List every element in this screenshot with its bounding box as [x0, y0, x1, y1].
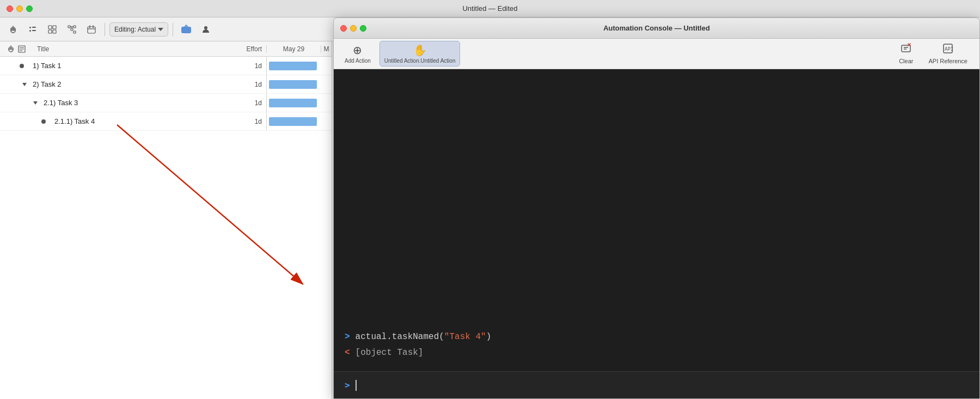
note-col-icon [18, 45, 26, 53]
task-bar-area [266, 94, 321, 112]
task-row[interactable]: 2.1.1) Task 4 1d [0, 112, 332, 131]
maximize-button[interactable] [26, 5, 33, 12]
grid-icon [48, 25, 57, 34]
task-name: 2.1.1) Task 4 [54, 117, 223, 125]
chevron-down-icon [158, 28, 163, 31]
svg-rect-6 [48, 30, 52, 33]
add-action-label: Add Action [345, 58, 371, 64]
task-row[interactable]: 2.1) Task 3 1d [0, 94, 332, 112]
task-bar-area [266, 57, 321, 75]
console-toolbar-right: Clear API API Reference [893, 41, 973, 66]
traffic-lights [7, 5, 33, 12]
flow-button[interactable] [63, 22, 81, 37]
svg-rect-2 [32, 27, 36, 28]
calendar-button[interactable] [83, 22, 100, 37]
command-prefix: actual.taskNamed( [356, 332, 444, 342]
svg-rect-7 [53, 30, 56, 33]
task-name: 2) Task 2 [33, 80, 223, 88]
command-suffix: ) [486, 332, 492, 342]
clear-icon [901, 43, 911, 57]
console-traffic-lights [340, 25, 366, 32]
pan-tool-button[interactable] [4, 22, 22, 37]
svg-rect-1 [29, 30, 31, 32]
svg-rect-11 [74, 31, 76, 33]
task-indent [0, 64, 33, 68]
svg-rect-0 [29, 27, 31, 28]
hand-col-icon [7, 45, 15, 53]
task-gantt-bar [269, 99, 317, 107]
share-icon [181, 25, 191, 34]
task-row[interactable]: 1) Task 1 1d [0, 57, 332, 75]
console-command-text: actual.taskNamed("Task 4") [356, 330, 492, 344]
task-bar-area [266, 112, 321, 130]
console-minimize-button[interactable] [350, 25, 357, 32]
date-col-header: May 29 [266, 45, 321, 53]
editing-label: Editing: Actual [114, 26, 156, 33]
input-prompt: > [345, 380, 350, 390]
close-button[interactable] [7, 5, 13, 12]
task-row[interactable]: 2) Task 2 1d [0, 75, 332, 94]
share-button[interactable] [177, 22, 195, 37]
expand-triangle-icon [22, 83, 27, 86]
svg-rect-27 [902, 45, 910, 52]
icon-col-header [0, 45, 33, 53]
outline-button[interactable] [24, 22, 41, 37]
toolbar-separator [105, 23, 105, 36]
untitled-action-label: Untitled Action.Untitled Action [384, 58, 456, 64]
console-result-text: [object Task] [356, 346, 424, 360]
hand-icon [9, 25, 17, 34]
hand-raised-icon: ✋ [413, 44, 427, 57]
task-name: 1) Task 1 [33, 62, 223, 70]
console-close-button[interactable] [340, 25, 347, 32]
untitled-action-button[interactable]: ✋ Untitled Action.Untitled Action [379, 41, 461, 66]
task-gantt-bar [269, 117, 317, 126]
console-body: > actual.taskNamed("Task 4") < [object T… [334, 69, 979, 398]
editing-dropdown[interactable]: Editing: Actual [109, 22, 168, 37]
svg-text:API: API [945, 46, 953, 52]
svg-rect-9 [71, 28, 73, 31]
task-bar-area [266, 75, 321, 93]
command-arg: "Task 4" [444, 332, 486, 342]
svg-rect-8 [68, 26, 70, 28]
console-result-line: < [object Task] [345, 346, 969, 360]
console-toolbar: ⊕ Add Action ✋ Untitled Action.Untitled … [334, 39, 979, 69]
task-indent [22, 119, 54, 124]
task-effort: 1d [223, 118, 266, 125]
minimize-button[interactable] [16, 5, 23, 12]
grid-button[interactable] [44, 22, 61, 37]
column-headers: Title Effort May 29 M [0, 41, 332, 57]
expand-triangle-icon [33, 101, 38, 105]
svg-rect-3 [32, 30, 36, 31]
add-action-icon: ⊕ [353, 44, 362, 57]
api-reference-button[interactable]: API API Reference [923, 41, 973, 66]
title-col-header: Title [33, 45, 223, 53]
console-maximize-button[interactable] [360, 25, 366, 32]
task-effort: 1d [223, 62, 266, 70]
task-name: 2.1) Task 3 [44, 99, 223, 107]
console-command-line: > actual.taskNamed("Task 4") [345, 330, 969, 344]
automation-console: Automation Console — Untitled ⊕ Add Acti… [333, 17, 980, 399]
svg-point-20 [204, 26, 207, 29]
result-prompt: < [345, 346, 350, 360]
task-bullet-icon [20, 64, 24, 68]
task-list: 1) Task 1 1d 2) Task 2 1d [0, 57, 332, 399]
add-action-button[interactable]: ⊕ Add Action [340, 41, 375, 66]
api-reference-label: API Reference [928, 58, 967, 64]
task-bullet-icon [41, 119, 46, 124]
user-button[interactable] [197, 22, 215, 37]
cursor [356, 380, 357, 391]
effort-col-header: Effort [223, 45, 266, 53]
api-reference-icon: API [942, 43, 953, 57]
task-gantt-bar [269, 80, 317, 89]
calendar-icon [87, 25, 96, 34]
list-icon [28, 25, 37, 34]
svg-rect-10 [74, 26, 76, 28]
toolbar-separator-2 [173, 23, 173, 36]
console-input-area[interactable]: > [334, 371, 979, 398]
user-icon [201, 25, 210, 34]
clear-button[interactable]: Clear [893, 41, 918, 66]
console-title: Automation Console — Untitled [603, 24, 710, 32]
title-bar: Untitled — Edited [0, 0, 980, 17]
network-icon [68, 25, 76, 34]
svg-rect-14 [88, 27, 95, 33]
